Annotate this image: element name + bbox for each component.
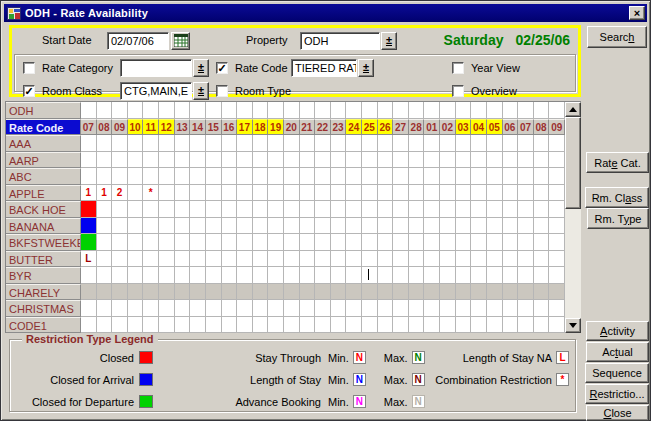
grid-cell[interactable] xyxy=(331,234,347,251)
grid-cell[interactable]: 1 xyxy=(97,185,113,202)
grid-cell[interactable] xyxy=(175,218,191,235)
grid-cell[interactable] xyxy=(471,267,487,284)
grid-cell[interactable] xyxy=(112,284,128,301)
grid-cell[interactable] xyxy=(456,135,472,152)
grid-cell[interactable] xyxy=(487,218,503,235)
grid-cell[interactable] xyxy=(315,234,331,251)
grid-cell[interactable] xyxy=(378,234,394,251)
grid-cell[interactable] xyxy=(393,267,409,284)
grid-cell[interactable] xyxy=(175,284,191,301)
grid-cell[interactable] xyxy=(315,168,331,185)
grid-cell[interactable] xyxy=(471,218,487,235)
grid-cell[interactable] xyxy=(549,317,565,334)
grid-cell[interactable] xyxy=(549,152,565,169)
grid-cell[interactable] xyxy=(253,168,269,185)
grid-cell[interactable] xyxy=(253,251,269,268)
grid-cell[interactable] xyxy=(128,135,144,152)
grid-cell[interactable] xyxy=(300,251,316,268)
grid-cell[interactable] xyxy=(315,251,331,268)
grid-cell[interactable] xyxy=(440,300,456,317)
grid-cell[interactable] xyxy=(206,234,222,251)
grid-cell[interactable] xyxy=(393,185,409,202)
grid-cell[interactable] xyxy=(534,152,550,169)
grid-cell[interactable] xyxy=(97,201,113,218)
grid-cell[interactable] xyxy=(487,135,503,152)
grid-cell[interactable] xyxy=(534,185,550,202)
grid-cell[interactable] xyxy=(378,185,394,202)
grid-cell[interactable] xyxy=(97,152,113,169)
grid-cell[interactable] xyxy=(284,317,300,334)
grid-cell[interactable] xyxy=(128,300,144,317)
grid-cell[interactable] xyxy=(409,201,425,218)
grid-cell[interactable] xyxy=(409,185,425,202)
grid-cell[interactable] xyxy=(331,168,347,185)
grid-cell[interactable] xyxy=(331,284,347,301)
grid-cell[interactable] xyxy=(206,168,222,185)
grid-cell[interactable] xyxy=(97,317,113,334)
grid-cell[interactable] xyxy=(222,284,238,301)
grid-cell[interactable] xyxy=(128,168,144,185)
grid-cell[interactable] xyxy=(268,251,284,268)
grid-cell[interactable] xyxy=(518,152,534,169)
grid-cell[interactable] xyxy=(409,234,425,251)
grid-cell[interactable] xyxy=(393,218,409,235)
restriction-button[interactable]: Restrictio... xyxy=(585,384,649,404)
grid-cell[interactable] xyxy=(81,300,97,317)
grid-cell[interactable] xyxy=(518,168,534,185)
grid-cell[interactable] xyxy=(206,218,222,235)
grid-cell[interactable] xyxy=(409,317,425,334)
rate-category-select[interactable] xyxy=(120,59,192,77)
grid-cell[interactable] xyxy=(362,317,378,334)
grid-cell[interactable] xyxy=(362,284,378,301)
actual-button[interactable]: Actual xyxy=(586,342,649,362)
grid-cell[interactable] xyxy=(424,185,440,202)
rate-availability-grid[interactable]: ODHRate Code0708091011121314151617181920… xyxy=(5,101,565,333)
grid-cell[interactable] xyxy=(253,317,269,334)
property-select[interactable]: ODH xyxy=(300,32,380,50)
grid-cell[interactable] xyxy=(346,185,362,202)
grid-cell[interactable] xyxy=(284,152,300,169)
grid-cell[interactable] xyxy=(190,168,206,185)
grid-cell[interactable] xyxy=(487,168,503,185)
grid-cell[interactable] xyxy=(268,300,284,317)
grid-cell[interactable] xyxy=(362,251,378,268)
grid-cell[interactable] xyxy=(456,168,472,185)
grid-cell[interactable] xyxy=(315,218,331,235)
grid-cell[interactable] xyxy=(518,201,534,218)
grid-cell[interactable] xyxy=(222,251,238,268)
grid-cell[interactable] xyxy=(378,218,394,235)
room-type-checkbox[interactable] xyxy=(216,85,228,97)
grid-cell[interactable] xyxy=(440,234,456,251)
grid-cell[interactable] xyxy=(456,234,472,251)
grid-cell[interactable] xyxy=(237,218,253,235)
grid-cell[interactable] xyxy=(424,300,440,317)
grid-cell[interactable]: * xyxy=(143,185,159,202)
grid-cell[interactable] xyxy=(471,135,487,152)
grid-cell[interactable] xyxy=(393,300,409,317)
grid-cell[interactable] xyxy=(518,218,534,235)
grid-cell[interactable] xyxy=(159,234,175,251)
grid-cell[interactable] xyxy=(331,218,347,235)
grid-cell[interactable] xyxy=(81,234,97,251)
grid-cell[interactable] xyxy=(206,317,222,334)
grid-cell[interactable] xyxy=(346,234,362,251)
grid-cell[interactable] xyxy=(206,135,222,152)
grid-cell[interactable] xyxy=(518,267,534,284)
grid-cell[interactable] xyxy=(97,251,113,268)
grid-cell[interactable] xyxy=(206,152,222,169)
grid-cell[interactable] xyxy=(253,135,269,152)
grid-cell[interactable] xyxy=(331,251,347,268)
grid-cell[interactable] xyxy=(128,251,144,268)
grid-cell[interactable] xyxy=(471,201,487,218)
grid-cell[interactable] xyxy=(159,152,175,169)
grid-cell[interactable] xyxy=(237,168,253,185)
grid-cell[interactable] xyxy=(190,201,206,218)
grid-cell[interactable] xyxy=(284,201,300,218)
grid-cell[interactable] xyxy=(393,152,409,169)
grid-cell[interactable] xyxy=(159,168,175,185)
grid-cell[interactable] xyxy=(190,317,206,334)
grid-cell[interactable] xyxy=(549,168,565,185)
grid-cell[interactable] xyxy=(471,317,487,334)
grid-cell[interactable] xyxy=(471,300,487,317)
grid-cell[interactable] xyxy=(284,300,300,317)
